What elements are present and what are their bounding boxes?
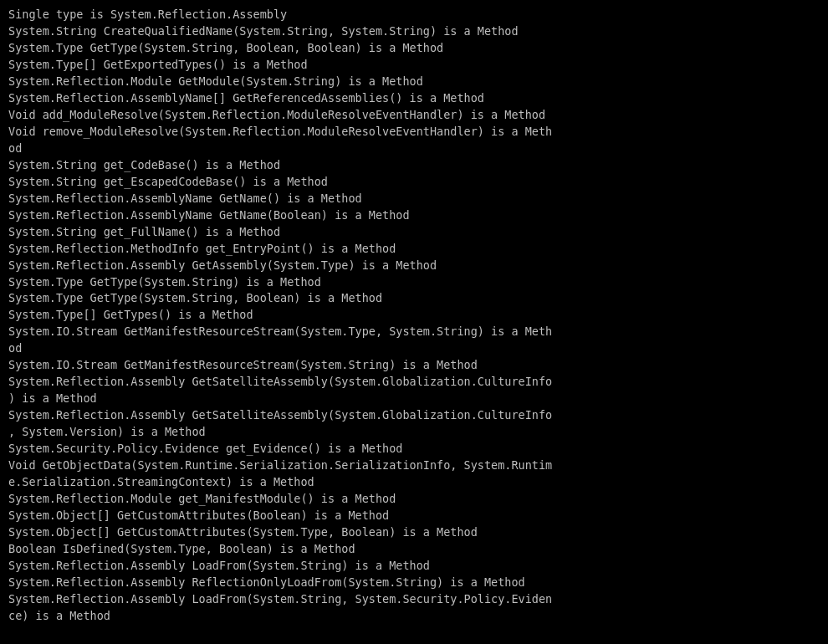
output-console: Single type is System.Reflection.Assembl… — [8, 7, 820, 625]
